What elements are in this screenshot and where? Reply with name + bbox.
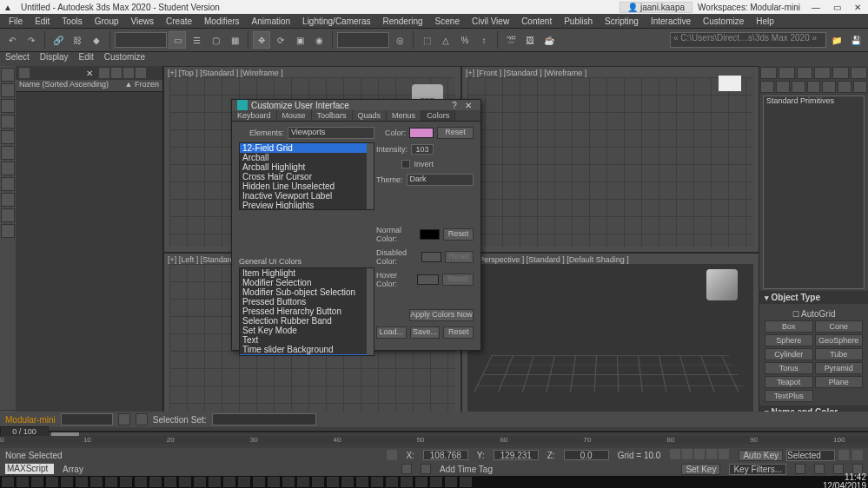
- y-field[interactable]: 129.231: [494, 450, 539, 460]
- reset-normal-button[interactable]: Reset: [443, 228, 474, 241]
- redo-button[interactable]: ↷: [23, 31, 40, 49]
- nav-icon[interactable]: [852, 450, 863, 460]
- vtool-7[interactable]: [1, 162, 15, 175]
- taskbar-icon[interactable]: [282, 477, 295, 487]
- cat-systems[interactable]: [853, 81, 867, 93]
- list-item[interactable]: Hidden Line Unselected: [240, 181, 374, 191]
- taskbar-icon[interactable]: [415, 477, 427, 487]
- list-item[interactable]: 12-Field Grid: [240, 143, 374, 153]
- list-item[interactable]: Cross Hair Cursor: [240, 172, 374, 181]
- select-label[interactable]: Select: [0, 52, 35, 66]
- taskbar-icon[interactable]: [327, 477, 339, 487]
- vtool-5[interactable]: [1, 130, 15, 144]
- viewcube[interactable]: [706, 269, 738, 300]
- taskbar-icon[interactable]: [223, 477, 235, 487]
- menu-views[interactable]: Views: [126, 16, 160, 26]
- vtool-11[interactable]: [1, 224, 15, 238]
- taskbar-icon[interactable]: [209, 477, 221, 487]
- dialog-tab-quads[interactable]: Quads: [353, 110, 388, 121]
- dialog-titlebar[interactable]: Customize User Interface ? ✕: [232, 100, 480, 110]
- menu-interactive[interactable]: Interactive: [646, 16, 696, 26]
- elements-dropdown[interactable]: Viewports: [288, 127, 374, 139]
- hover-color-swatch[interactable]: [417, 274, 438, 285]
- time-track[interactable]: [49, 431, 868, 432]
- list-item[interactable]: Selection Rubber Band: [240, 316, 374, 326]
- menu-animation[interactable]: Animation: [247, 16, 295, 26]
- cat-cameras[interactable]: [807, 81, 821, 93]
- menu-scene[interactable]: Scene: [430, 16, 465, 26]
- placement-button[interactable]: ◉: [310, 31, 328, 49]
- prim-sphere[interactable]: Sphere: [765, 334, 813, 346]
- menu-customize[interactable]: Customize: [698, 16, 749, 26]
- cat-geometry[interactable]: [760, 81, 774, 93]
- prim-tube[interactable]: Tube: [815, 348, 864, 360]
- vtool-2[interactable]: [1, 83, 15, 97]
- window-cross-button[interactable]: ▦: [226, 31, 243, 49]
- scene-explorer-close[interactable]: ✕: [83, 69, 96, 78]
- layout-dropdown[interactable]: [61, 413, 113, 425]
- close-button[interactable]: ✕: [847, 3, 868, 12]
- taskbar-icon[interactable]: [149, 477, 162, 487]
- workspace-dropdown[interactable]: Modular-mini: [750, 3, 800, 12]
- project-path-field[interactable]: « C:\Users\Direct…s\3ds Max 2020 »: [670, 32, 826, 48]
- prim-pyramid[interactable]: Pyramid: [815, 362, 864, 374]
- taskbar-icon[interactable]: [179, 477, 191, 487]
- prim-textplus[interactable]: TextPlus: [765, 390, 813, 402]
- list-item[interactable]: Pressed Hierarchy Button: [240, 307, 374, 316]
- taskbar-icon[interactable]: [61, 477, 73, 487]
- save-button[interactable]: 💾: [847, 31, 865, 49]
- dialog-tab-toolbars[interactable]: Toolbars: [312, 110, 353, 121]
- viewport-label[interactable]: [+] [Top ] [Standard ] [Wireframe ]: [168, 69, 283, 77]
- dialog-tab-menus[interactable]: Menus: [387, 110, 421, 121]
- percent-snap[interactable]: %: [456, 31, 474, 49]
- tab-display[interactable]: [832, 67, 849, 79]
- se-ic[interactable]: [111, 68, 122, 78]
- general-colors-listbox[interactable]: Item HighlightModifier SelectionModifier…: [239, 267, 374, 356]
- snap-toggle[interactable]: ⬚: [418, 31, 435, 49]
- sel-lock-icon[interactable]: [421, 464, 431, 474]
- menu-group[interactable]: Group: [89, 16, 124, 26]
- taskbar-icon[interactable]: [76, 477, 88, 487]
- render-frame-button[interactable]: 🖼: [521, 31, 539, 49]
- dialog-tab-colors[interactable]: Colors: [421, 110, 455, 121]
- menu-civilview[interactable]: Civil View: [467, 16, 514, 26]
- bind-button[interactable]: ◆: [88, 31, 105, 49]
- scene-explorer-list[interactable]: [16, 92, 162, 425]
- taskbar-icon[interactable]: [386, 477, 398, 487]
- list-item[interactable]: Text: [240, 335, 374, 345]
- taskbar-icon[interactable]: [90, 477, 103, 487]
- prim-geosphere[interactable]: GeoSphere: [815, 334, 864, 346]
- taskbar-icon[interactable]: [356, 477, 368, 487]
- goto-end[interactable]: [719, 449, 729, 459]
- prim-torus[interactable]: Torus: [765, 362, 813, 374]
- lock-icon[interactable]: [387, 450, 397, 460]
- display-label[interactable]: Display: [35, 52, 74, 66]
- se-ic[interactable]: [123, 68, 134, 78]
- taskbar-icon[interactable]: [238, 477, 250, 487]
- menu-rendering[interactable]: Rendering: [377, 16, 427, 26]
- sel-ic[interactable]: [118, 413, 130, 425]
- prim-plane[interactable]: Plane: [815, 376, 864, 388]
- customize-label[interactable]: Customize: [99, 52, 150, 66]
- rollout-object-type[interactable]: ▾ Object Type: [759, 291, 868, 304]
- cat-lights[interactable]: [792, 81, 805, 93]
- menu-scripting[interactable]: Scripting: [600, 16, 644, 26]
- dialog-tab-mouse[interactable]: Mouse: [277, 110, 312, 121]
- se-ic[interactable]: [19, 68, 30, 78]
- reset-all-button[interactable]: Reset: [443, 326, 474, 339]
- taskbar-icon[interactable]: [164, 477, 176, 487]
- list-item[interactable]: Preview Highlights: [240, 201, 374, 210]
- menu-create[interactable]: Create: [161, 16, 197, 26]
- se-ic[interactable]: [99, 68, 109, 78]
- prim-cone[interactable]: Cone: [815, 320, 864, 333]
- tab-hierarchy[interactable]: [797, 67, 813, 79]
- cat-space[interactable]: [838, 81, 851, 93]
- list-item[interactable]: ToolTip (UI) Background: [240, 354, 374, 356]
- move-button[interactable]: ✥: [253, 31, 270, 49]
- prim-teapot[interactable]: Teapot: [765, 376, 813, 388]
- taskbar-icon[interactable]: [341, 477, 354, 487]
- primitive-category-dropdown[interactable]: Standard Primitives: [763, 96, 865, 289]
- taskbar-icon[interactable]: [17, 477, 29, 487]
- taskbar-icon[interactable]: [312, 477, 324, 487]
- maximize-button[interactable]: ▭: [826, 3, 847, 12]
